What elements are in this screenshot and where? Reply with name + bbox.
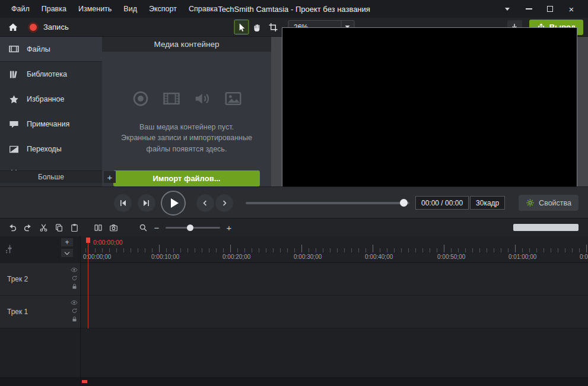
sync-toggle[interactable] bbox=[71, 308, 78, 314]
pan-tool-button[interactable] bbox=[250, 20, 265, 34]
previous-button[interactable] bbox=[196, 194, 214, 212]
time-display: 00:00 / 00:00 bbox=[415, 196, 469, 210]
visibility-toggle[interactable] bbox=[71, 299, 78, 306]
timeline-ruler[interactable]: 0:00:00;00 0:00:00;00 0:00:10;00 0:00:20… bbox=[80, 236, 588, 263]
camtasia-window: Файл Правка Изменить Вид Экспорт Справка… bbox=[0, 0, 588, 386]
media-bin-panel: Медиа контейнер Ваш медиа контейнер пуст… bbox=[102, 37, 271, 186]
empty-line: Ваш медиа контейнер пуст. bbox=[121, 122, 252, 133]
playhead[interactable] bbox=[86, 238, 90, 243]
track-content[interactable] bbox=[80, 296, 588, 328]
sidebar-item-annotations[interactable]: Примечания bbox=[0, 112, 102, 137]
home-button[interactable] bbox=[5, 20, 21, 35]
paste-button[interactable] bbox=[66, 221, 82, 234]
ruler-label: 0:00:10;00 bbox=[151, 254, 179, 260]
undo-button[interactable] bbox=[5, 221, 20, 234]
sidebar-item-transitions[interactable]: Переходы bbox=[0, 137, 102, 162]
track-header[interactable]: Трек 1 bbox=[0, 296, 80, 328]
sidebar-item-library[interactable]: Библиотека bbox=[0, 62, 102, 87]
track-height-slider-icon[interactable] bbox=[5, 244, 15, 254]
sidebar-item-label: Переходы bbox=[27, 145, 62, 153]
zoom-out-button[interactable]: − bbox=[151, 223, 162, 233]
media-bin-header: Медиа контейнер bbox=[102, 37, 271, 52]
timeline-zoom-controls: − + bbox=[139, 222, 234, 233]
audio-icon bbox=[193, 90, 211, 107]
library-icon bbox=[9, 69, 19, 80]
add-track-button[interactable]: + bbox=[61, 238, 73, 246]
menu-help[interactable]: Справка bbox=[183, 2, 223, 15]
next-button[interactable] bbox=[215, 194, 233, 212]
playhead-time: 0:00:00;00 bbox=[93, 239, 123, 246]
split-button[interactable] bbox=[90, 221, 106, 234]
menu-file[interactable]: Файл bbox=[6, 2, 35, 15]
properties-button[interactable]: Свойства bbox=[519, 195, 579, 211]
zoom-slider[interactable] bbox=[166, 222, 220, 233]
timeline-scrollbar[interactable] bbox=[0, 377, 588, 386]
minimize-button[interactable] bbox=[518, 0, 539, 18]
lock-icon bbox=[71, 283, 78, 290]
close-button[interactable]: × bbox=[561, 0, 582, 18]
ruler-label: 0:0 bbox=[580, 254, 588, 260]
lock-toggle[interactable] bbox=[71, 316, 78, 322]
maximize-button[interactable] bbox=[539, 0, 561, 18]
maximize-icon bbox=[547, 6, 553, 12]
zoom-in-button[interactable]: + bbox=[224, 223, 234, 233]
star-icon bbox=[9, 94, 19, 105]
scissors-icon bbox=[39, 223, 48, 232]
play-button[interactable] bbox=[161, 191, 186, 216]
timeline: + 0:00:00;00 0:00:00;00 0:00:10;00 0:00:… bbox=[0, 236, 588, 386]
record-button[interactable]: Запись bbox=[28, 22, 69, 33]
menu-edit[interactable]: Правка bbox=[36, 2, 72, 15]
track-name: Трек 2 bbox=[7, 275, 28, 283]
sidebar-item-files[interactable]: Файлы bbox=[0, 37, 102, 62]
redo-button[interactable] bbox=[20, 221, 36, 234]
slider-handle[interactable] bbox=[400, 199, 408, 207]
window-menu-button[interactable] bbox=[497, 0, 518, 18]
sidebar-item-favorites[interactable]: Избранное bbox=[0, 87, 102, 112]
track-content[interactable] bbox=[80, 263, 588, 296]
step-forward-button[interactable] bbox=[138, 194, 155, 212]
crop-tool-button[interactable] bbox=[266, 20, 281, 34]
video-canvas[interactable] bbox=[282, 27, 577, 197]
visibility-toggle[interactable] bbox=[71, 267, 78, 273]
snapshot-button[interactable] bbox=[106, 221, 121, 234]
sync-toggle[interactable] bbox=[71, 275, 78, 281]
collapse-tracks-button[interactable] bbox=[61, 249, 73, 257]
gear-icon bbox=[526, 198, 535, 207]
lock-toggle[interactable] bbox=[71, 283, 78, 290]
refresh-icon bbox=[71, 275, 78, 281]
hand-icon bbox=[253, 23, 262, 32]
copy-icon bbox=[55, 223, 63, 232]
ruler-label: 0:00:20;00 bbox=[223, 254, 250, 260]
redo-icon bbox=[23, 223, 33, 232]
ruler-label: 0:01:00;00 bbox=[508, 254, 536, 260]
record-label: Запись bbox=[43, 23, 69, 31]
sidebar-item-label: Библиотека bbox=[27, 70, 67, 78]
playback-bar: 00:00 / 00:00 30кадр Свойства bbox=[0, 186, 588, 219]
playback-slider[interactable] bbox=[246, 194, 409, 212]
menu-modify[interactable]: Изменить bbox=[73, 2, 117, 15]
track-name: Трек 1 bbox=[7, 308, 28, 316]
framerate-display[interactable]: 30кадр bbox=[470, 196, 505, 210]
camera-icon bbox=[109, 223, 118, 232]
window-controls: × bbox=[497, 0, 582, 18]
menu-export[interactable]: Экспорт bbox=[144, 2, 182, 15]
zoom-slider-handle[interactable] bbox=[187, 224, 193, 231]
import-files-button[interactable]: Импорт файлов... bbox=[113, 170, 260, 186]
cut-button[interactable] bbox=[36, 221, 51, 234]
sidebar-more-button[interactable]: Больше bbox=[0, 170, 102, 183]
transitions-icon bbox=[9, 144, 19, 154]
crop-icon bbox=[269, 23, 278, 32]
track-header[interactable]: Трек 2 bbox=[0, 263, 80, 296]
timeline-minimap[interactable] bbox=[513, 224, 579, 231]
empty-line: файлы появятся здесь. bbox=[121, 144, 252, 155]
record-icon bbox=[132, 90, 150, 107]
main-area: Файлы Библиотека Избранное Примечания Пе… bbox=[0, 37, 588, 186]
cursor-tool-button[interactable] bbox=[234, 20, 249, 34]
ruler-label: 0:00:40;00 bbox=[365, 254, 393, 260]
time-group: 00:00 / 00:00 30кадр bbox=[415, 196, 505, 210]
eye-icon bbox=[71, 267, 78, 273]
menu-view[interactable]: Вид bbox=[118, 2, 142, 15]
copy-button[interactable] bbox=[51, 221, 66, 234]
add-panel-button[interactable]: + bbox=[104, 171, 116, 183]
step-back-button[interactable] bbox=[114, 194, 132, 212]
